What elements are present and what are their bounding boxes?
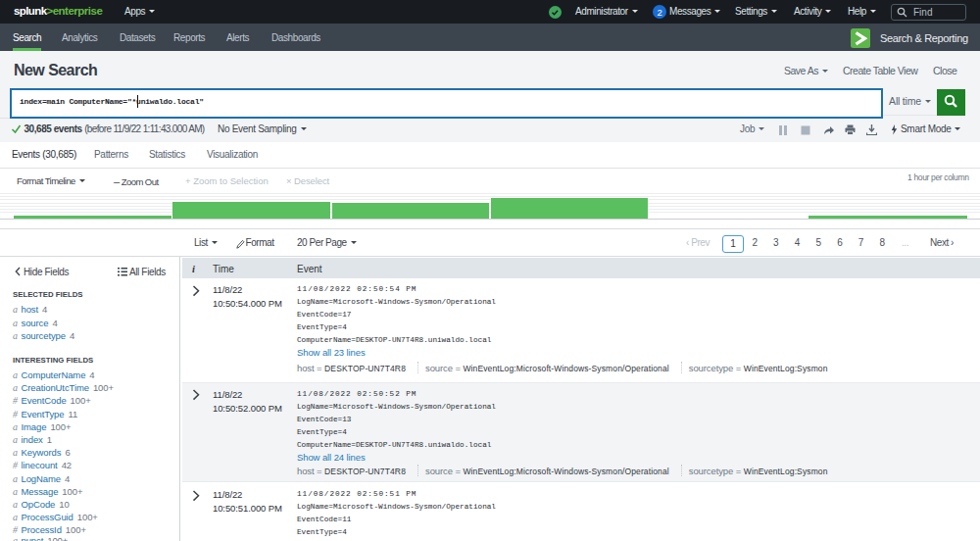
- svg-text:2: 2: [658, 7, 662, 18]
